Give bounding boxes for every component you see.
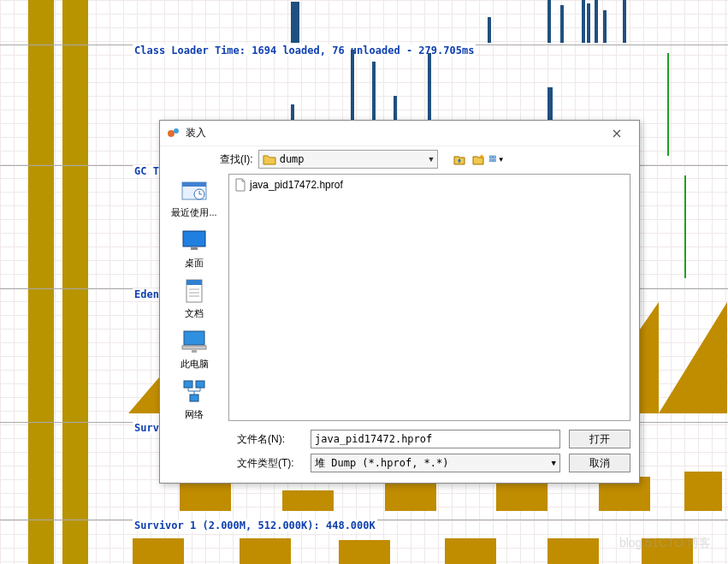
svg-rect-2 [489,156,492,158]
chevron-down-icon: ▼ [552,459,556,467]
folder-icon [263,153,276,165]
dialog-titlebar[interactable]: 装入 [160,121,639,146]
place-label: 桌面 [185,257,204,270]
documents-icon [181,278,208,304]
chevron-down-icon: ▼ [429,155,433,163]
open-button[interactable]: 打开 [569,430,630,448]
desktop-icon [181,228,208,253]
new-folder-icon [471,152,485,166]
open-file-dialog: 装入 查找(I): dump ▼ ▼ 最 [159,120,640,484]
svg-rect-12 [186,280,202,285]
file-name: java_pid17472.hprof [250,179,343,191]
up-icon [453,152,466,166]
place-label: 此电脑 [181,358,209,371]
svg-rect-5 [493,159,495,162]
filetype-label: 文件类型(T): [237,456,305,471]
network-icon [181,379,208,405]
places-bar: 最近使用... 桌面 文档 此电脑 网络 [160,172,228,426]
app-icon [167,127,181,140]
svg-rect-3 [493,156,495,158]
view-button[interactable]: ▼ [489,151,505,167]
dialog-title: 装入 [186,126,601,140]
panel-title-class-loader: Class Loader Time: 1694 loaded, 76 unloa… [133,45,476,56]
chart-top-spikes [128,0,728,43]
close-button[interactable] [601,123,632,144]
lookin-value: dump [280,153,305,165]
filename-label: 文件名(N): [237,432,305,447]
svg-rect-4 [489,159,492,162]
panel-title-gc: GC T [133,165,161,177]
place-desktop[interactable]: 桌面 [181,228,208,270]
svg-rect-19 [184,381,192,388]
place-network[interactable]: 网络 [181,379,208,421]
up-folder-button[interactable] [452,151,467,167]
filetype-select[interactable]: 堆 Dump (*.hprof, *.*) ▼ [311,454,560,472]
place-label: 网络 [185,408,204,421]
toolbar-icons: ▼ [452,151,505,167]
panel-title-survivor0: Surv [133,422,161,434]
place-label: 文档 [185,307,204,320]
svg-point-0 [168,130,175,137]
svg-rect-18 [192,350,197,353]
new-folder-button[interactable] [471,151,486,167]
svg-rect-17 [182,346,206,349]
chevron-down-icon: ▼ [498,156,505,163]
close-icon [613,129,621,138]
svg-rect-20 [196,381,204,388]
cancel-button[interactable]: 取消 [569,454,630,472]
dialog-bottom: 文件名(N): 文件类型(T): 堆 Dump (*.hprof, *.*) ▼… [160,426,639,483]
file-item[interactable]: java_pid17472.hprof [234,178,624,192]
svg-rect-9 [183,231,205,246]
file-list[interactable]: java_pid17472.hprof [228,174,630,421]
view-icon [489,152,497,166]
place-recent[interactable]: 最近使用... [171,177,216,219]
lookin-row: 查找(I): dump ▼ ▼ [160,146,639,172]
place-label: 最近使用... [171,206,216,219]
place-computer[interactable]: 此电脑 [181,329,209,371]
filename-input[interactable] [311,430,560,448]
panel-title-survivor1: Survivor 1 (2.000M, 512.000K): 448.000K [133,519,377,531]
svg-rect-7 [182,182,206,187]
place-documents[interactable]: 文档 [181,278,208,320]
watermark: blog.51CTO.博客 [619,536,711,551]
svg-rect-16 [184,331,204,345]
recent-icon [181,177,208,203]
svg-rect-10 [191,247,198,250]
lookin-label: 查找(I): [220,152,253,167]
lookin-combo[interactable]: dump ▼ [258,150,438,169]
svg-point-1 [174,128,179,134]
computer-icon [181,329,208,354]
filetype-value: 堆 Dump (*.hprof, *.*) [315,456,449,471]
svg-rect-21 [190,395,198,401]
file-icon [234,178,246,192]
